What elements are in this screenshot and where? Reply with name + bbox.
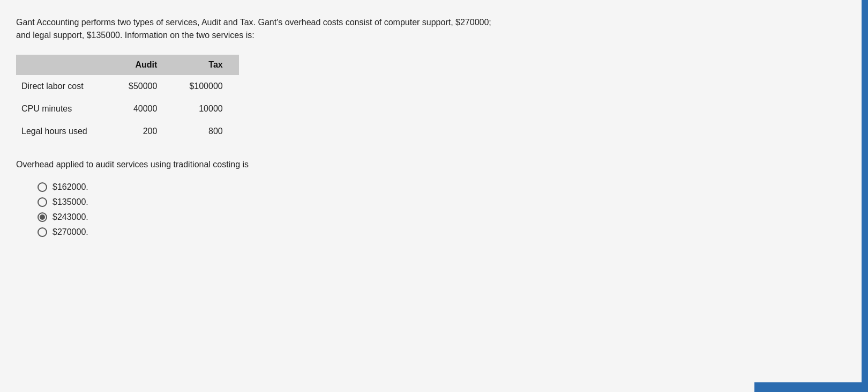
row-tax: $100000 bbox=[173, 75, 238, 98]
row-label: CPU minutes bbox=[16, 98, 113, 120]
row-audit: 200 bbox=[113, 120, 173, 143]
option-item[interactable]: $135000. bbox=[38, 197, 847, 207]
option-label: $162000. bbox=[53, 182, 88, 192]
option-label: $243000. bbox=[53, 212, 88, 222]
page-container: Gant Accounting performs two types of se… bbox=[0, 0, 868, 392]
row-label: Direct labor cost bbox=[16, 75, 113, 98]
row-label: Legal hours used bbox=[16, 120, 113, 143]
question-text: Overhead applied to audit services using… bbox=[16, 160, 847, 169]
radio-circle[interactable] bbox=[38, 182, 47, 192]
option-label: $270000. bbox=[53, 227, 88, 237]
col-header-label bbox=[16, 55, 113, 75]
right-bar bbox=[862, 0, 868, 392]
options-list: $162000.$135000.$243000.$270000. bbox=[38, 182, 847, 237]
table-row: Direct labor cost$50000$100000 bbox=[16, 75, 239, 98]
row-tax: 800 bbox=[173, 120, 238, 143]
bottom-bar bbox=[754, 382, 862, 392]
radio-circle[interactable] bbox=[38, 212, 47, 222]
option-label: $135000. bbox=[53, 197, 88, 207]
row-tax: 10000 bbox=[173, 98, 238, 120]
radio-circle[interactable] bbox=[38, 197, 47, 207]
option-item[interactable]: $270000. bbox=[38, 227, 847, 237]
col-header-audit: Audit bbox=[113, 55, 173, 75]
data-table: Audit Tax Direct labor cost$50000$100000… bbox=[16, 55, 239, 143]
option-item[interactable]: $243000. bbox=[38, 212, 847, 222]
table-row: CPU minutes4000010000 bbox=[16, 98, 239, 120]
table-row: Legal hours used200800 bbox=[16, 120, 239, 143]
option-item[interactable]: $162000. bbox=[38, 182, 847, 192]
row-audit: $50000 bbox=[113, 75, 173, 98]
intro-text: Gant Accounting performs two types of se… bbox=[16, 16, 498, 42]
col-header-tax: Tax bbox=[173, 55, 238, 75]
row-audit: 40000 bbox=[113, 98, 173, 120]
radio-circle[interactable] bbox=[38, 227, 47, 237]
